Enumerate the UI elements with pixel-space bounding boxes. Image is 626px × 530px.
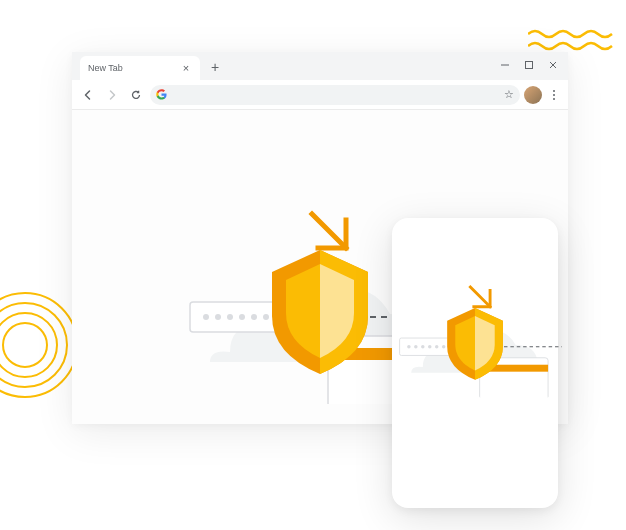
svg-point-22 — [407, 345, 410, 348]
svg-rect-5 — [526, 62, 533, 69]
forward-button[interactable] — [102, 85, 122, 105]
svg-point-26 — [435, 345, 438, 348]
svg-point-0 — [0, 293, 77, 397]
decorative-circles — [0, 290, 80, 400]
svg-point-9 — [203, 314, 209, 320]
google-g-icon — [156, 89, 167, 100]
bookmark-star-icon[interactable]: ☆ — [504, 88, 514, 101]
toolbar: ☆ — [72, 80, 568, 110]
svg-point-14 — [263, 314, 269, 320]
svg-point-13 — [251, 314, 257, 320]
close-window-icon[interactable] — [544, 56, 562, 74]
menu-button[interactable] — [546, 90, 562, 100]
svg-point-11 — [227, 314, 233, 320]
minimize-icon[interactable] — [496, 56, 514, 74]
svg-point-24 — [421, 345, 424, 348]
svg-point-25 — [428, 345, 431, 348]
svg-point-10 — [215, 314, 221, 320]
tab-title: New Tab — [88, 63, 180, 73]
svg-line-20 — [312, 214, 346, 248]
svg-line-33 — [470, 287, 490, 307]
canvas: New Tab × + — [0, 0, 626, 530]
omnibox-input[interactable] — [172, 89, 499, 100]
security-illustration-mobile — [376, 258, 573, 397]
reload-button[interactable] — [126, 85, 146, 105]
new-tab-button[interactable]: + — [204, 56, 226, 78]
svg-point-3 — [3, 323, 47, 367]
tab-new-tab[interactable]: New Tab × — [80, 56, 200, 80]
tab-strip: New Tab × + — [72, 52, 568, 80]
decorative-wavy-line — [528, 28, 618, 52]
omnibox[interactable]: ☆ — [150, 85, 520, 105]
svg-point-27 — [442, 345, 445, 348]
avatar[interactable] — [524, 86, 542, 104]
back-button[interactable] — [78, 85, 98, 105]
window-controls — [496, 56, 562, 74]
close-tab-icon[interactable]: × — [180, 62, 192, 74]
maximize-icon[interactable] — [520, 56, 538, 74]
phone-device — [392, 218, 558, 508]
svg-point-12 — [239, 314, 245, 320]
svg-point-23 — [414, 345, 417, 348]
